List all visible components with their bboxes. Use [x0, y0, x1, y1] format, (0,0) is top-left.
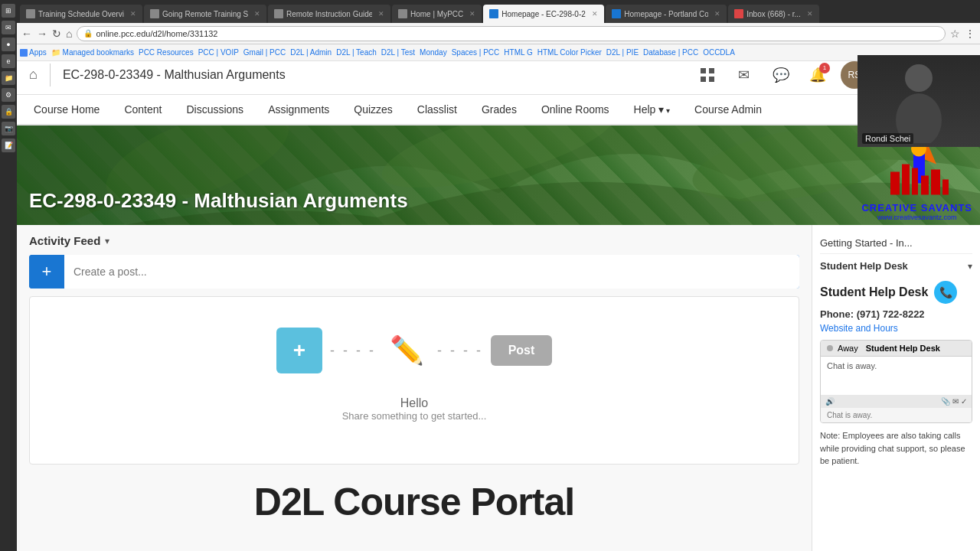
forward-button[interactable]: → [37, 28, 47, 40]
svg-rect-2 [701, 77, 706, 82]
svg-rect-15 [942, 180, 949, 195]
address-bar[interactable]: 🔒 online.pcc.edu/d2l/home/331132 [77, 26, 946, 41]
bookmark-button[interactable]: ☆ [950, 28, 960, 40]
nav-course-admin[interactable]: Course Admin [684, 97, 773, 122]
student-help-desk-content: Student Help Desk 📞 Phone: (971) 722-822… [820, 278, 972, 471]
extensions-button[interactable]: ⋮ [965, 28, 975, 40]
chat-toolbar: 🔊 📎 ✉ ✓ [821, 395, 972, 408]
tab-remote-instruction[interactable]: Remote Instruction Guide... ✕ [268, 5, 390, 23]
bookmark-d2l-admin[interactable]: D2L | Admin [290, 48, 332, 57]
bookmark-gmail[interactable]: Gmail | PCC [243, 48, 286, 57]
nav-assignments[interactable]: Assignments [257, 97, 340, 122]
home-button[interactable]: ⌂ [66, 28, 72, 40]
os-chrome-icon[interactable]: ● [2, 37, 15, 51]
os-note-icon[interactable]: 📝 [2, 139, 15, 152]
tab-close-icon[interactable]: ✕ [254, 10, 260, 18]
nav-content[interactable]: Content [113, 97, 172, 122]
shd-note: Note: Employees are also taking calls wh… [820, 429, 972, 468]
tab-ec298-active[interactable]: Homepage - EC-298-0-23... ✕ [483, 5, 604, 23]
tab-portland-com[interactable]: Homepage - Portland Com... ✕ [606, 5, 727, 23]
bookmark-htmlg[interactable]: HTML G [504, 48, 532, 57]
tab-close-icon[interactable]: ✕ [807, 10, 813, 18]
bookmark-managed[interactable]: 📁 Managed bookmarks [51, 48, 134, 57]
main-area: ⌂ EC-298-0-23349 - Malthusian Arguments … [17, 55, 980, 551]
webcam-overlay: Rondi Schei [858, 55, 980, 147]
bookmark-occdla[interactable]: OCCDLA [703, 48, 735, 57]
activity-feed-header: Activity Feed ▾ [29, 234, 799, 247]
nav-quizzes[interactable]: Quizzes [343, 97, 403, 122]
tab-close-icon[interactable]: ✕ [469, 10, 475, 18]
os-mail-icon[interactable]: ✉ [2, 21, 15, 34]
bookmark-bar: Apps 📁 Managed bookmarks PCC Resources P… [17, 44, 980, 61]
tab-close-icon[interactable]: ✕ [378, 10, 384, 18]
tab-inbox[interactable]: Inbox (668) - r... ✕ [728, 5, 819, 23]
getting-started-label: Getting Started - In... [820, 233, 972, 254]
bookmark-d2l-test[interactable]: D2L | Test [381, 48, 415, 57]
os-taskbar: ⊞ ✉ ● e 📁 ⚙ 🔒 📷 📝 [0, 0, 17, 551]
bookmark-database[interactable]: Database | PCC [643, 48, 698, 57]
notifications-button[interactable]: 🔔 1 [804, 61, 831, 89]
svg-rect-3 [709, 77, 714, 82]
nav-discussions[interactable]: Discussions [175, 97, 254, 122]
os-start-icon[interactable]: ⊞ [2, 4, 15, 18]
bookmark-pcc-resources[interactable]: PCC Resources [139, 48, 194, 57]
student-help-desk-bar[interactable]: Student Help Desk ▾ [820, 254, 972, 278]
bookmark-apps[interactable]: Apps [20, 48, 47, 57]
feed-step-plus-icon: + [276, 328, 322, 373]
nav-help[interactable]: Help ▾ [623, 97, 681, 122]
tab-close-icon[interactable]: ✕ [714, 10, 720, 18]
tab-training-schedule[interactable]: Training Schedule Overvie... ✕ [20, 5, 142, 23]
course-title: EC-298-0-23349 - Malthusian Arguments [63, 68, 681, 82]
tab-going-remote[interactable]: Going Remote Training Sc... ✕ [144, 5, 266, 23]
nav-course-home[interactable]: Course Home [23, 97, 110, 122]
nav-online-rooms[interactable]: Online Rooms [531, 97, 620, 122]
mail-icon-button[interactable]: ✉ [730, 61, 758, 89]
bookmark-spaces[interactable]: Spaces | PCC [452, 48, 500, 57]
shd-links[interactable]: Website and Hours [820, 323, 972, 334]
tab-close-icon[interactable]: ✕ [130, 10, 136, 18]
course-nav: Course Home Content Discussions Assignme… [17, 95, 980, 126]
tab-mypcc[interactable]: Home | MyPCC ✕ [392, 5, 482, 23]
refresh-button[interactable]: ↻ [52, 28, 61, 40]
d2l-portal-watermark: D2L Course Portal [29, 480, 799, 524]
nav-divider [50, 64, 51, 86]
nav-classlist[interactable]: Classlist [407, 97, 468, 122]
shd-phone: Phone: (971) 722-8222 [820, 308, 972, 320]
bookmark-pcc-voip[interactable]: PCC | VOIP [198, 48, 239, 57]
svg-rect-11 [902, 165, 910, 195]
svg-rect-13 [921, 176, 929, 195]
phone-icon: 📞 [934, 281, 957, 304]
tab-favicon [274, 9, 283, 18]
webcam-label: Rondi Schei [862, 133, 913, 144]
feed-share-text: Share something to get started... [342, 410, 487, 422]
os-settings-icon[interactable]: ⚙ [2, 88, 15, 102]
bookmark-d2l-pie[interactable]: D2L | PIE [606, 48, 639, 57]
os-camera-icon[interactable]: 📷 [2, 122, 15, 135]
nav-grades[interactable]: Grades [471, 97, 528, 122]
chat-icon-button[interactable]: 💬 [767, 61, 795, 89]
tab-favicon [398, 9, 407, 18]
os-folder-icon[interactable]: 📁 [2, 71, 15, 85]
tab-favicon [26, 9, 35, 18]
bookmark-d2l-teach[interactable]: D2L | Teach [336, 48, 377, 57]
grid-icon-button[interactable] [694, 61, 721, 89]
feed-dashes-2: - - - - [437, 343, 483, 359]
two-col-layout: Activity Feed ▾ + + - - - - ✏️ - - - - P… [17, 225, 980, 551]
tab-favicon [150, 9, 159, 18]
os-lock-icon[interactable]: 🔒 [2, 105, 15, 119]
activity-feed-dropdown[interactable]: ▾ [105, 236, 109, 246]
back-button[interactable]: ← [21, 28, 32, 40]
feed-step-post-button: Post [491, 335, 552, 366]
bookmark-html-color[interactable]: HTML Color Picker [537, 48, 602, 57]
d2l-home-icon[interactable]: ⌂ [29, 67, 38, 83]
apps-icon [20, 49, 28, 57]
create-post-plus-button[interactable]: + [29, 255, 64, 289]
tab-favicon [489, 9, 498, 18]
hero-banner: EC-298-0-23349 - Malthusian Arguments [17, 126, 980, 225]
tab-favicon [612, 9, 621, 18]
os-edge-icon[interactable]: e [2, 54, 15, 68]
right-column: Getting Started - In... Student Help Des… [812, 225, 980, 551]
create-post-input[interactable] [64, 255, 799, 289]
bookmark-monday[interactable]: Monday [420, 48, 447, 57]
tab-close-icon[interactable]: ✕ [592, 10, 598, 18]
